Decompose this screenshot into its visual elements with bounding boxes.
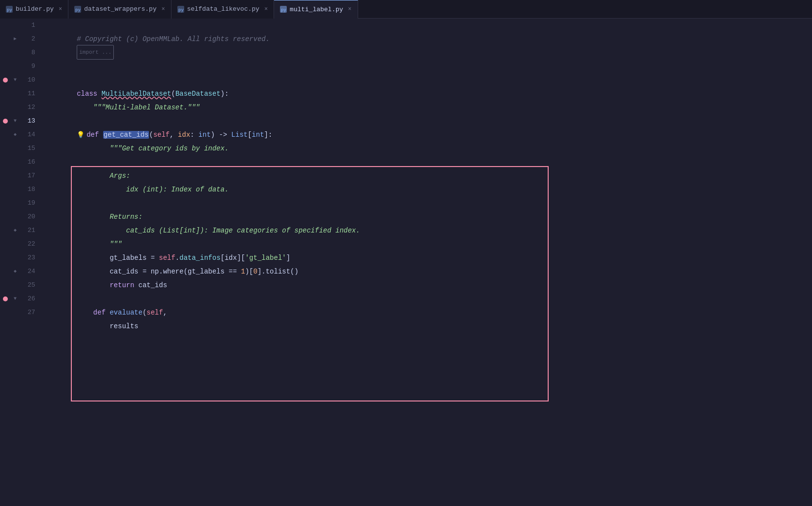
line-number-27: 27 <box>20 306 40 319</box>
line-number-24: 24 <box>20 265 40 278</box>
fold-gutter-24[interactable]: ◆ <box>11 265 20 278</box>
fold-gutter-18 <box>11 183 20 196</box>
debug-gutter-1 <box>0 19 11 32</box>
code-line-13: 💡def get_cat_ids(self, idx: int) -> List… <box>44 114 812 128</box>
paren-close-func: ) <box>211 131 214 139</box>
gutter-line-9: 9 <box>0 60 40 73</box>
gutter-line-23: 23 <box>0 251 40 265</box>
tab-dataset-wrappers[interactable]: py dataset_wrappers.py × <box>68 0 171 19</box>
debug-gutter-27 <box>0 306 11 319</box>
close-icon[interactable]: × <box>264 6 268 13</box>
gutter-line-1: 1 <box>0 19 40 32</box>
fold-gutter-19 <box>11 196 20 210</box>
arrow: -> <box>215 131 232 139</box>
docstring-idx-param: idx (int): Index of data. <box>77 186 229 193</box>
funcname-getcatids: get_cat_ids <box>103 131 149 139</box>
fold-gutter-26[interactable]: ▼ <box>11 292 20 306</box>
code-cat-ids-assign: cat_ids = np.where(gt_labels == <box>77 268 241 275</box>
file-icon: py <box>6 6 13 13</box>
debug-gutter-9 <box>0 60 11 73</box>
code-line-9 <box>44 60 812 73</box>
tab-multi-label[interactable]: py multi_label.py × <box>274 0 358 19</box>
fold-gutter-2[interactable]: ▶ <box>11 32 20 46</box>
svg-text:py: py <box>281 8 286 13</box>
docstring-args: Args: <box>77 172 130 180</box>
gutter-line-24: ◆ 24 <box>0 265 40 278</box>
gutter-line-2: ▶ 2 <box>0 32 40 46</box>
debug-gutter-25 <box>0 278 11 292</box>
line-number-2: 2 <box>20 32 40 46</box>
code-line-19: Returns: <box>44 196 812 210</box>
gutter-line-15: 15 <box>0 142 40 155</box>
comma: , <box>170 131 178 139</box>
line-number-1: 1 <box>20 19 40 32</box>
tab-label: multi_label.py <box>290 6 343 13</box>
colon-def: : <box>268 131 272 139</box>
fold-gutter-22 <box>11 237 20 251</box>
string-gt-label: 'gt_label' <box>245 254 286 262</box>
debug-gutter-17 <box>0 169 11 183</box>
gutter-line-8: 8 <box>0 46 40 60</box>
gutter-line-16: 16 <box>0 155 40 169</box>
param-results: results <box>77 322 138 330</box>
keyword-class: class <box>77 90 101 98</box>
code-line-22: gt_labels = self.data_infos[idx]['gt_lab… <box>44 237 812 251</box>
debug-gutter-18 <box>0 183 11 196</box>
param-idx: idx <box>178 131 190 139</box>
fold-gutter-17 <box>11 169 20 183</box>
debug-dot-10[interactable] <box>0 73 11 87</box>
code-line-8 <box>44 46 812 60</box>
comma-2: , <box>163 309 167 316</box>
bracket-close-2: ] <box>286 254 290 262</box>
tab-selfdata-likevoc[interactable]: py selfdata_likevoc.py × <box>171 0 274 19</box>
debug-gutter-16 <box>0 155 11 169</box>
debug-dot-26[interactable] <box>0 292 11 306</box>
gutter-line-10: ▼ 10 <box>0 73 40 87</box>
gutter-line-19: 19 <box>0 196 40 210</box>
paren-open-eval: ( <box>143 309 147 316</box>
tab-builder[interactable]: py builder.py × <box>0 0 68 19</box>
close-icon[interactable]: × <box>348 6 351 13</box>
code-area[interactable]: # Copyright (c) OpenMMLab. All rights re… <box>40 19 812 506</box>
paren-open: ( <box>171 90 175 98</box>
line-number-12: 12 <box>20 101 40 114</box>
svg-text:py: py <box>178 8 184 13</box>
code-line-20: cat_ids (List[int]): Image categories of… <box>44 210 812 224</box>
line-number-14: 14 <box>20 128 40 142</box>
colon: : <box>225 90 229 98</box>
return-type-list: List <box>231 131 248 139</box>
code-line-26: def evaluate(self, <box>44 292 812 306</box>
self-param-2: self <box>147 309 163 316</box>
line-number-23: 23 <box>20 251 40 265</box>
fold-gutter-15 <box>11 142 20 155</box>
code-gt-labels: gt_labels = <box>77 254 159 262</box>
debug-gutter-12 <box>0 101 11 114</box>
tab-label: dataset_wrappers.py <box>84 5 156 13</box>
keyword-def: def <box>86 131 103 139</box>
fold-indicator-import[interactable]: import ... <box>77 45 114 60</box>
gutter-line-20: 20 <box>0 210 40 224</box>
fold-gutter-12 <box>11 101 20 114</box>
fold-gutter-13[interactable]: ▼ <box>11 114 20 128</box>
debug-dot-13[interactable] <box>0 114 11 128</box>
bulb-icon[interactable]: 💡 <box>77 131 85 139</box>
gutter-line-14: ◆ 14 <box>0 128 40 142</box>
funcname-evaluate: evaluate <box>109 309 142 316</box>
file-icon: py <box>177 6 184 13</box>
self-param: self <box>153 131 170 139</box>
editor-body: 1 ▶ 2 8 9 <box>0 19 812 506</box>
fold-gutter-9 <box>11 60 20 73</box>
debug-gutter-21 <box>0 224 11 237</box>
fold-gutter-14[interactable]: ◆ <box>11 128 20 142</box>
fold-gutter-10[interactable]: ▼ <box>11 73 20 87</box>
gutter-line-25: 25 <box>0 278 40 292</box>
debug-gutter-24 <box>0 265 11 278</box>
fold-gutter-27 <box>11 306 20 319</box>
paren-open-func: ( <box>149 131 153 139</box>
close-icon[interactable]: × <box>161 6 165 13</box>
fold-gutter-21[interactable]: ◆ <box>11 224 20 237</box>
gutter-line-26: ▼ 26 <box>0 292 40 306</box>
bracket-close: ] <box>264 131 268 139</box>
close-icon[interactable]: × <box>59 6 62 13</box>
code-line-16: Args: <box>44 155 812 169</box>
